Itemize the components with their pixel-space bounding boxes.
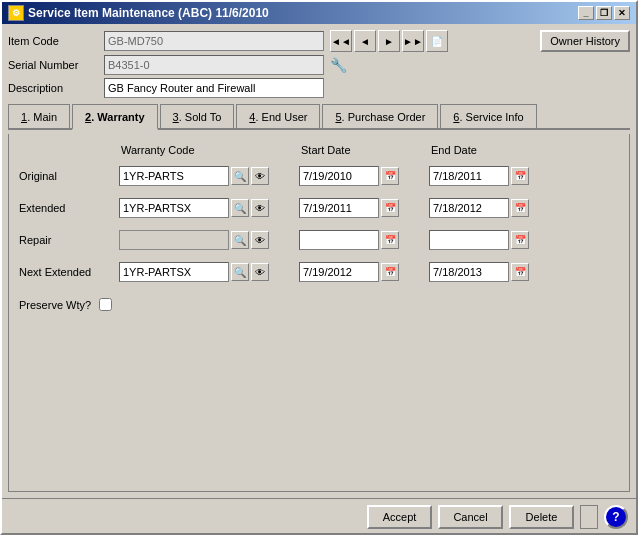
warranty-row-extended: Extended 🔍 👁 📅 📅 bbox=[19, 198, 619, 218]
warranty-row-repair: Repair 🔍 👁 📅 📅 bbox=[19, 230, 619, 250]
description-input[interactable] bbox=[104, 78, 324, 98]
next-extended-code-input[interactable] bbox=[119, 262, 229, 282]
item-code-row: Item Code ◄◄ ◄ ► ►► 📄 bbox=[8, 30, 448, 52]
tab-main-label: 1. Main bbox=[21, 111, 57, 123]
repair-lookup-button[interactable]: 🔍 bbox=[231, 231, 249, 249]
next-extended-end-cal-button[interactable]: 📅 bbox=[511, 263, 529, 281]
serial-number-label: Serial Number bbox=[8, 59, 98, 71]
tab-warranty-label: 2. Warranty bbox=[85, 111, 145, 123]
repair-start-group: 📅 bbox=[299, 230, 429, 250]
titlebar-controls: _ ❐ ✕ bbox=[578, 6, 630, 20]
main-panel: Warranty Code Start Date End Date Origin… bbox=[8, 134, 630, 492]
next-extended-label: Next Extended bbox=[19, 266, 119, 278]
col-label-empty bbox=[19, 144, 119, 156]
warranty-header: Warranty Code Start Date End Date bbox=[19, 144, 619, 156]
repair-view-button[interactable]: 👁 bbox=[251, 231, 269, 249]
original-end-group: 📅 bbox=[429, 166, 559, 186]
warranty-row-next-extended: Next Extended 🔍 👁 📅 📅 bbox=[19, 262, 619, 282]
extended-code-input[interactable] bbox=[119, 198, 229, 218]
warranty-row-original: Original 🔍 👁 📅 📅 bbox=[19, 166, 619, 186]
preserve-checkbox[interactable] bbox=[99, 298, 112, 311]
accept-button[interactable]: Accept bbox=[367, 505, 432, 529]
tab-service-info[interactable]: 6. Service Info bbox=[440, 104, 536, 128]
tab-end-user[interactable]: 4. End User bbox=[236, 104, 320, 128]
next-extended-end-group: 📅 bbox=[429, 262, 559, 282]
tab-purchase-order[interactable]: 5. Purchase Order bbox=[322, 104, 438, 128]
extended-end-group: 📅 bbox=[429, 198, 559, 218]
item-code-label: Item Code bbox=[8, 35, 98, 47]
next-extended-start-cal-button[interactable]: 📅 bbox=[381, 263, 399, 281]
repair-start-cal-button[interactable]: 📅 bbox=[381, 231, 399, 249]
delete-button[interactable]: Delete bbox=[509, 505, 574, 529]
extended-start-group: 📅 bbox=[299, 198, 429, 218]
original-label: Original bbox=[19, 170, 119, 182]
repair-start-input[interactable] bbox=[299, 230, 379, 250]
original-end-input[interactable] bbox=[429, 166, 509, 186]
nav-buttons: ◄◄ ◄ ► ►► 📄 bbox=[330, 30, 448, 52]
nav-docs-button[interactable]: 📄 bbox=[426, 30, 448, 52]
cancel-button[interactable]: Cancel bbox=[438, 505, 503, 529]
wrench-icon: 🔧 bbox=[330, 57, 347, 73]
content-area: Item Code ◄◄ ◄ ► ►► 📄 Serial Number 🔧 bbox=[2, 24, 636, 498]
tabs-row: 1. Main 2. Warranty 3. Sold To 4. End Us… bbox=[8, 104, 630, 130]
next-extended-lookup-button[interactable]: 🔍 bbox=[231, 263, 249, 281]
nav-first-button[interactable]: ◄◄ bbox=[330, 30, 352, 52]
repair-code-input[interactable] bbox=[119, 230, 229, 250]
next-extended-start-group: 📅 bbox=[299, 262, 429, 282]
extended-lookup-button[interactable]: 🔍 bbox=[231, 199, 249, 217]
serial-number-input[interactable] bbox=[104, 55, 324, 75]
extended-code-group: 🔍 👁 bbox=[119, 198, 299, 218]
close-button[interactable]: ✕ bbox=[614, 6, 630, 20]
minimize-button[interactable]: _ bbox=[578, 6, 594, 20]
preserve-row: Preserve Wty? bbox=[19, 298, 619, 311]
repair-end-group: 📅 bbox=[429, 230, 559, 250]
extended-end-cal-button[interactable]: 📅 bbox=[511, 199, 529, 217]
next-extended-view-button[interactable]: 👁 bbox=[251, 263, 269, 281]
description-label: Description bbox=[8, 82, 98, 94]
tab-warranty[interactable]: 2. Warranty bbox=[72, 104, 158, 130]
next-extended-end-input[interactable] bbox=[429, 262, 509, 282]
owner-history-button[interactable]: Owner History bbox=[540, 30, 630, 52]
restore-button[interactable]: ❐ bbox=[596, 6, 612, 20]
item-code-input[interactable] bbox=[104, 31, 324, 51]
original-view-button[interactable]: 👁 bbox=[251, 167, 269, 185]
help-button[interactable]: ? bbox=[604, 505, 628, 529]
app-icon: ⚙ bbox=[8, 5, 24, 21]
original-end-cal-button[interactable]: 📅 bbox=[511, 167, 529, 185]
original-start-cal-button[interactable]: 📅 bbox=[381, 167, 399, 185]
description-row: Description bbox=[8, 78, 448, 98]
tab-end-user-label: 4. End User bbox=[249, 111, 307, 123]
preserve-label: Preserve Wty? bbox=[19, 299, 91, 311]
spacer bbox=[580, 505, 598, 529]
col-start-date-header: Start Date bbox=[299, 144, 429, 156]
original-start-group: 📅 bbox=[299, 166, 429, 186]
extended-label: Extended bbox=[19, 202, 119, 214]
serial-number-row: Serial Number 🔧 bbox=[8, 55, 448, 75]
nav-next-button[interactable]: ► bbox=[378, 30, 400, 52]
tab-service-info-label: 6. Service Info bbox=[453, 111, 523, 123]
nav-prev-button[interactable]: ◄ bbox=[354, 30, 376, 52]
bottom-bar: Accept Cancel Delete ? bbox=[2, 498, 636, 533]
repair-end-cal-button[interactable]: 📅 bbox=[511, 231, 529, 249]
main-window: ⚙ Service Item Maintenance (ABC) 11/6/20… bbox=[0, 0, 638, 535]
tab-purchase-order-label: 5. Purchase Order bbox=[335, 111, 425, 123]
col-end-date-header: End Date bbox=[429, 144, 559, 156]
extended-end-input[interactable] bbox=[429, 198, 509, 218]
titlebar-left: ⚙ Service Item Maintenance (ABC) 11/6/20… bbox=[8, 5, 269, 21]
original-start-input[interactable] bbox=[299, 166, 379, 186]
tab-sold-to-label: 3. Sold To bbox=[173, 111, 222, 123]
tab-main[interactable]: 1. Main bbox=[8, 104, 70, 128]
repair-end-input[interactable] bbox=[429, 230, 509, 250]
top-row: Item Code ◄◄ ◄ ► ►► 📄 Serial Number 🔧 bbox=[8, 30, 630, 98]
next-extended-start-input[interactable] bbox=[299, 262, 379, 282]
nav-last-button[interactable]: ►► bbox=[402, 30, 424, 52]
titlebar: ⚙ Service Item Maintenance (ABC) 11/6/20… bbox=[2, 2, 636, 24]
original-code-group: 🔍 👁 bbox=[119, 166, 299, 186]
repair-label: Repair bbox=[19, 234, 119, 246]
extended-start-input[interactable] bbox=[299, 198, 379, 218]
extended-start-cal-button[interactable]: 📅 bbox=[381, 199, 399, 217]
original-lookup-button[interactable]: 🔍 bbox=[231, 167, 249, 185]
original-code-input[interactable] bbox=[119, 166, 229, 186]
tab-sold-to[interactable]: 3. Sold To bbox=[160, 104, 235, 128]
extended-view-button[interactable]: 👁 bbox=[251, 199, 269, 217]
